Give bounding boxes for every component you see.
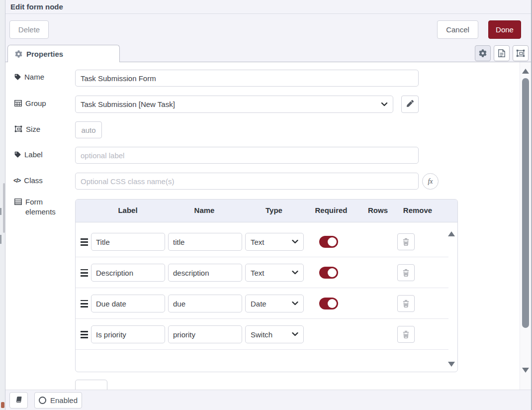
drag-handle-icon[interactable]: [81, 300, 88, 308]
delete-button[interactable]: Delete: [9, 20, 49, 39]
group-select-value: Task Submission [New Task]: [81, 100, 381, 108]
chevron-down-icon: [292, 332, 298, 336]
element-type-select[interactable]: Switch: [245, 325, 304, 343]
edit-form-node-dialog: Edit form node Delete Cancel Done Proper…: [5, 0, 532, 410]
code-icon: </>: [13, 177, 20, 184]
tab-properties-label: Properties: [26, 50, 63, 58]
palette-node-edge: [0, 235, 1, 244]
fx-icon: fx: [428, 178, 433, 186]
group-select[interactable]: Task Submission [New Task]: [75, 96, 393, 113]
trash-icon: [402, 269, 410, 277]
appearance-icon: [516, 49, 525, 58]
element-label-input[interactable]: [91, 233, 165, 251]
required-toggle[interactable]: [319, 236, 338, 248]
fx-button[interactable]: fx: [422, 173, 439, 190]
drag-handle-icon[interactable]: [81, 269, 88, 277]
form-elements-table: Label Name Type Required Rows Remove Tex…: [75, 199, 458, 372]
label-input[interactable]: [75, 147, 419, 164]
node-help-button[interactable]: [9, 392, 28, 409]
table-row: Date: [76, 288, 448, 319]
column-header-remove: Remove: [403, 206, 432, 214]
form-elements-field-label: Form elements: [14, 197, 64, 217]
column-header-rows: Rows: [368, 206, 388, 214]
drag-handle-icon[interactable]: [81, 238, 88, 246]
dialog-footer: Enabled: [5, 390, 531, 410]
table-header: Label Name Type Required Rows Remove: [76, 200, 457, 222]
name-field-label: Name: [14, 73, 44, 81]
cancel-button[interactable]: Cancel: [437, 20, 478, 39]
element-label-input[interactable]: [91, 325, 165, 343]
tag-icon: [14, 151, 21, 158]
element-name-input[interactable]: [168, 295, 242, 312]
name-input[interactable]: [75, 70, 419, 87]
table-row: Switch: [76, 319, 448, 350]
chevron-down-icon: [292, 240, 298, 244]
element-name-input[interactable]: [168, 233, 242, 251]
dialog-title: Edit form node: [10, 2, 63, 11]
palette-node-edge: [0, 208, 1, 215]
column-header-required: Required: [315, 206, 347, 214]
table-body: Text: [76, 222, 457, 372]
table-row: Text: [76, 257, 448, 288]
table-scroll-up-icon[interactable]: [448, 231, 455, 236]
tag-icon: [14, 74, 21, 80]
column-header-type: Type: [266, 206, 282, 214]
group-field-label: Group: [14, 99, 46, 107]
element-name-input[interactable]: [168, 325, 242, 343]
form-list-icon: [14, 199, 22, 205]
trash-icon: [402, 300, 410, 308]
properties-tab-button[interactable]: [475, 45, 491, 61]
book-icon: [14, 396, 23, 404]
label-field-label: Label: [14, 150, 43, 159]
done-button[interactable]: Done: [488, 20, 521, 39]
size-field-label: Size: [14, 125, 40, 133]
tab-properties[interactable]: Properties: [7, 45, 120, 62]
column-header-label: Label: [118, 206, 137, 214]
dialog-toolbar: Delete Cancel Done: [5, 14, 531, 45]
dialog-header: Edit form node: [5, 0, 531, 14]
workspace-edge: [0, 0, 5, 410]
enabled-circle-icon: [39, 397, 46, 404]
remove-element-button[interactable]: [397, 295, 415, 312]
required-toggle[interactable]: [319, 298, 338, 309]
scroll-down-icon[interactable]: [522, 368, 529, 373]
element-label-input[interactable]: [91, 264, 165, 282]
gear-icon: [15, 50, 22, 58]
chevron-down-icon: [292, 271, 298, 275]
chevron-down-icon: [381, 102, 388, 106]
chevron-down-icon: [292, 302, 298, 306]
element-type-select[interactable]: Date: [245, 295, 304, 312]
scroll-up-icon[interactable]: [522, 69, 529, 74]
trash-icon: [402, 330, 410, 339]
class-input[interactable]: [75, 173, 419, 190]
table-scroll-down-icon[interactable]: [448, 362, 455, 367]
class-field-label: </> Class: [13, 176, 43, 185]
size-button[interactable]: auto: [75, 121, 102, 138]
document-icon: [498, 49, 506, 58]
table-row: Text: [76, 226, 448, 257]
pencil-icon: [407, 100, 414, 107]
trash-icon: [402, 238, 410, 246]
palette-node-edge: [1, 402, 4, 408]
scrollbar-thumb[interactable]: [522, 78, 529, 328]
group-table-icon: [14, 100, 22, 106]
element-label-input[interactable]: [91, 295, 165, 312]
remove-element-button[interactable]: [397, 326, 415, 343]
add-element-button[interactable]: [75, 380, 107, 390]
element-type-select[interactable]: Text: [245, 233, 304, 251]
element-type-select[interactable]: Text: [245, 264, 304, 282]
appearance-tab-button[interactable]: [513, 45, 529, 61]
gear-icon: [479, 49, 487, 57]
required-toggle[interactable]: [319, 267, 338, 279]
element-name-input[interactable]: [168, 264, 242, 282]
remove-element-button[interactable]: [397, 233, 415, 250]
description-tab-button[interactable]: [494, 45, 510, 61]
enabled-toggle-button[interactable]: Enabled: [34, 392, 82, 409]
enabled-label: Enabled: [50, 396, 78, 405]
size-box-icon: [14, 125, 22, 133]
drag-handle-icon[interactable]: [81, 331, 88, 338]
main-scrollbar[interactable]: [520, 62, 531, 390]
remove-element-button[interactable]: [397, 264, 415, 281]
edit-group-button[interactable]: [401, 96, 419, 113]
column-header-name: Name: [194, 206, 215, 214]
